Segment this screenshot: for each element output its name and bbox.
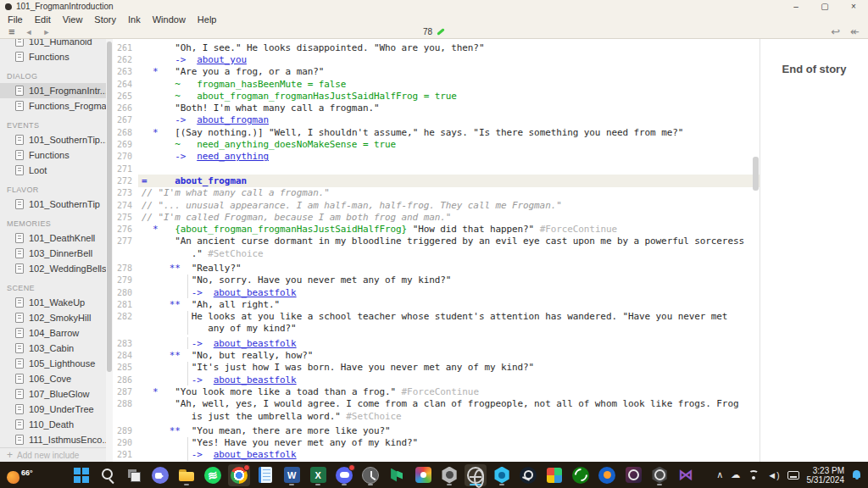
code-text[interactable]: is just the umbrella word." #SetChoice xyxy=(138,410,760,422)
code-text[interactable]: ** "You mean, there are more like you?" xyxy=(138,424,760,436)
code-text[interactable]: -> about_beastfolk xyxy=(138,449,760,461)
code-text[interactable]: -> about_you xyxy=(138,53,760,65)
code-text[interactable]: ** "Ah, all right." xyxy=(138,298,760,310)
onedrive-icon[interactable]: ☁ xyxy=(731,469,740,480)
include-item[interactable]: Functions_Frogman xyxy=(0,98,113,114)
photos-icon[interactable] xyxy=(412,464,434,486)
maximize-button[interactable]: ▢ xyxy=(810,0,839,13)
menu-window[interactable]: Window xyxy=(147,14,192,25)
include-item[interactable]: 107_BlueGlow xyxy=(0,386,113,402)
code-text[interactable]: "Yes! Have you never met any of my kind?… xyxy=(138,437,760,449)
green-app-icon[interactable] xyxy=(386,464,408,486)
forward-icon[interactable]: ► xyxy=(43,28,51,36)
include-item[interactable]: Loot xyxy=(0,163,113,178)
code-text[interactable]: // "I'm what many call a frogman." xyxy=(138,187,760,199)
include-item[interactable]: Functions xyxy=(0,49,113,64)
blue-hex-icon[interactable] xyxy=(491,464,513,486)
search-icon[interactable] xyxy=(97,464,119,486)
code-text[interactable]: * [(Say nothing.)] "Well, I shouldn't as… xyxy=(138,126,760,138)
divert-link[interactable]: about_beastfolk xyxy=(214,449,297,460)
tray-chevron-icon[interactable]: ∧ xyxy=(716,469,723,480)
code-text[interactable]: // "I'm called Frogman, because I am bot… xyxy=(138,211,760,223)
minimize-button[interactable]: – xyxy=(782,0,810,13)
globe-app-icon[interactable] xyxy=(465,464,487,486)
chrome-icon[interactable] xyxy=(228,464,250,486)
word-icon[interactable] xyxy=(281,464,303,486)
code-text[interactable]: -> need_anything xyxy=(138,151,760,163)
include-item[interactable]: Functions xyxy=(0,147,113,163)
include-item[interactable]: 101_DeathKnell xyxy=(0,230,113,246)
divert-link[interactable]: about_beastfolk xyxy=(214,374,297,385)
steam-icon[interactable] xyxy=(517,464,539,486)
xbox-icon[interactable] xyxy=(570,464,592,486)
grid-app-icon[interactable] xyxy=(543,464,565,486)
include-item[interactable]: 102_SmokyHill xyxy=(0,310,113,325)
weather-widget[interactable]: 66° xyxy=(7,466,51,484)
menu-ink[interactable]: Ink xyxy=(122,14,147,25)
include-item[interactable]: 101_Humanoid xyxy=(0,39,113,49)
spotify-icon[interactable] xyxy=(202,464,224,486)
dark-app-icon[interactable] xyxy=(622,464,644,486)
include-item[interactable]: 106_Cove xyxy=(0,371,113,386)
code-text[interactable]: ** "Really?" xyxy=(138,262,760,274)
include-item[interactable]: 102_WeddingBells xyxy=(0,261,113,276)
code-text[interactable]: "Ah, well, yes, I would agree. I come fr… xyxy=(138,398,760,410)
code-text[interactable]: "It's just how I was born. Have you neve… xyxy=(138,362,760,374)
excel-icon[interactable] xyxy=(307,464,329,486)
wifi-icon[interactable] xyxy=(748,470,760,480)
menu-story[interactable]: Story xyxy=(88,14,122,25)
code-text[interactable]: ." #SetChoice xyxy=(138,247,760,259)
chat-icon[interactable] xyxy=(149,464,171,486)
code-text[interactable]: "An ancient curse dormant in my bloodlin… xyxy=(138,236,760,247)
code-text[interactable]: * "Are you a frog, or a man?" xyxy=(138,66,760,78)
divert-link[interactable]: need_anything xyxy=(197,151,269,162)
menu-view[interactable]: View xyxy=(57,14,89,25)
include-item[interactable]: 103_DinnerBell xyxy=(0,246,113,261)
clock-app-icon[interactable] xyxy=(359,464,381,486)
code-text[interactable]: any of my kind?" xyxy=(138,323,760,335)
add-include-button[interactable]: + Add new include xyxy=(0,447,106,462)
include-item[interactable]: 109_UnderTree xyxy=(0,402,113,417)
include-item[interactable]: 101_FrogmanIntr... xyxy=(0,83,113,98)
include-item[interactable]: 105_Lighthouse xyxy=(0,356,113,371)
menu-edit[interactable]: Edit xyxy=(29,14,57,25)
include-item[interactable]: 104_Barrow xyxy=(0,325,113,341)
code-text[interactable]: ** "No, but really, how?" xyxy=(138,349,760,361)
editor-scrollbar[interactable] xyxy=(753,39,759,462)
tray-clock[interactable]: 3:23 PM 5/31/2024 xyxy=(807,466,845,485)
discord-icon[interactable] xyxy=(333,464,355,486)
include-item[interactable]: 101_SouthernTip xyxy=(0,197,113,212)
film-hex-icon[interactable] xyxy=(648,464,670,486)
menu-help[interactable]: Help xyxy=(192,14,223,25)
include-item[interactable]: 101_WakeUp xyxy=(0,295,113,310)
code-text[interactable]: "Oh, I see." He looks disappointed. "Who… xyxy=(138,42,760,53)
volume-icon[interactable]: ◄ xyxy=(767,470,779,480)
task-view-icon[interactable] xyxy=(123,464,145,486)
close-button[interactable]: × xyxy=(839,0,868,13)
divert-link[interactable]: about_beastfolk xyxy=(214,338,297,349)
include-item[interactable]: 101_SouthernTip... xyxy=(0,132,113,147)
code-text[interactable]: -> about_beastfolk xyxy=(138,374,760,385)
code-text[interactable]: ~ frogman_hasBeenMute = false xyxy=(138,78,760,90)
code-text[interactable]: -> about_beastfolk xyxy=(138,286,760,298)
undo-icon[interactable]: ↩ xyxy=(831,26,840,38)
include-item[interactable]: 110_Death xyxy=(0,417,113,432)
divert-link[interactable]: about_frogman xyxy=(197,114,269,125)
code-text[interactable] xyxy=(138,163,760,175)
code-text[interactable]: ~ about_frogman_frogmanHasJustSaidHalfFr… xyxy=(138,90,760,102)
back-icon[interactable]: ◄ xyxy=(25,28,33,36)
ink-code-editor[interactable]: 261 "Oh, I see." He looks disappointed. … xyxy=(113,39,760,462)
notes-icon[interactable] xyxy=(254,464,276,486)
divert-link[interactable]: about_you xyxy=(197,54,247,65)
include-item[interactable]: 111_IsthmusEnco... xyxy=(0,432,113,447)
code-text[interactable]: -> about_frogman xyxy=(138,114,760,126)
touch-keyboard-icon[interactable] xyxy=(787,471,799,480)
code-text[interactable]: // "... unusual appearance. I am half-ma… xyxy=(138,199,760,211)
code-text[interactable]: * {about_frogman_frogmanHasJustSaidHalfF… xyxy=(138,223,760,235)
code-text[interactable]: -> about_beastfolk xyxy=(138,337,760,349)
divert-link[interactable]: about_beastfolk xyxy=(214,287,297,298)
code-text[interactable]: ** "An entire clan! Where are they?" xyxy=(138,461,760,462)
code-text[interactable]: "No, sorry. Have you never met any of my… xyxy=(138,274,760,286)
code-text[interactable]: "Both! I'm what many call a frogman." xyxy=(138,102,760,114)
code-text[interactable]: = about_frogman xyxy=(138,175,760,186)
